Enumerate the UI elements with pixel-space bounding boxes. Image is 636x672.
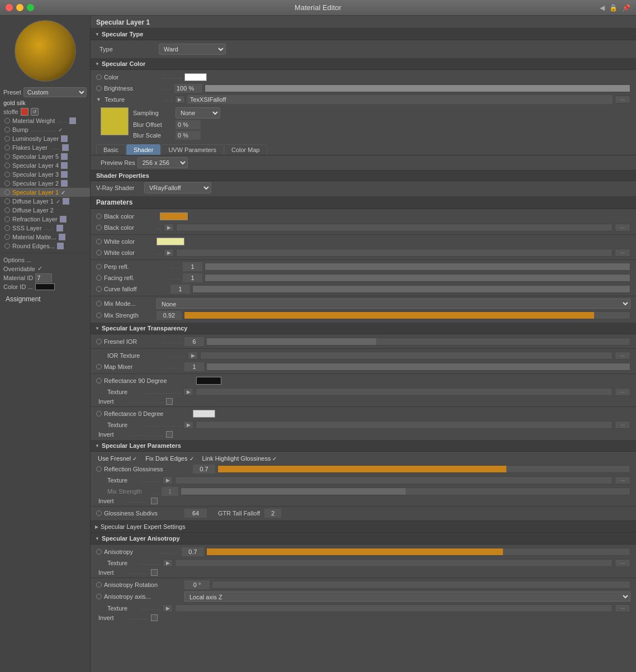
aniso-texture-slider[interactable] [175,559,613,567]
tab-uvw[interactable]: UVW Parameters [161,144,224,155]
white-color-arrow[interactable]: ▶ [164,249,174,257]
map-mixer-input[interactable] [184,362,204,371]
facing-refl-radio[interactable] [96,275,102,281]
sidebar-item-specular4[interactable]: Specular Layer 4 [0,161,90,170]
anisotropy-slider[interactable] [206,548,630,556]
aniso-axis-select[interactable]: Local axis Z [184,591,630,602]
sidebar-item-bump[interactable]: Bump …………… ✓ [0,125,90,134]
brightness-slider[interactable] [205,84,630,92]
gloss-texture-slider[interactable] [175,476,613,484]
sidebar-item-diffuse1[interactable]: Diffuse Layer 1 ✓ [0,197,90,206]
white-color-swatch1[interactable] [156,238,184,245]
reload-icon[interactable]: ↺ [31,108,39,116]
black-color-arrow[interactable]: ▶ [164,224,174,231]
black-color-radio2[interactable] [96,225,102,230]
aniso-axis-radio[interactable] [96,594,102,599]
refl0-radio[interactable] [96,411,102,417]
refl90-invert-checkbox[interactable] [166,398,173,405]
ior-texture-dots-btn[interactable]: ··· [615,352,630,359]
refl0-texture-slider[interactable] [196,421,613,429]
blur-offset-input[interactable] [175,120,201,129]
aniso-texture-arrow[interactable]: ▶ [163,559,173,567]
ior-texture-slider[interactable] [200,352,613,359]
material-color-swatch[interactable] [21,108,29,116]
mix-mode-select[interactable]: None [156,299,630,309]
gloss-mix-input[interactable] [162,487,178,496]
refl90-texture-slider[interactable] [196,388,613,396]
sidebar-item-flakes[interactable]: Flakes Layer …… [0,143,90,152]
refl0-swatch[interactable] [193,410,215,418]
map-mixer-radio[interactable] [96,364,102,370]
perp-refl-input[interactable] [183,262,202,271]
white-color-slider[interactable] [176,249,613,257]
color-radio[interactable] [96,74,102,80]
sidebar-item-luminosity[interactable]: Luminosity Layer [0,134,90,143]
specular-type-header[interactable]: ▼ Specular Type [91,29,636,40]
refl0-texture-dots-btn[interactable]: ··· [615,421,630,429]
curve-falloff-input[interactable] [170,285,190,294]
sidebar-item-specular2[interactable]: Specular Layer 2 [0,179,90,188]
facing-refl-slider[interactable] [205,274,630,282]
facing-refl-input[interactable] [183,273,202,282]
refl90-texture-dots-btn[interactable]: ··· [615,388,630,396]
material-id-input[interactable] [35,273,52,282]
aniso-axis-texture-slider[interactable] [175,604,613,612]
aniso-axis-texture-dots-btn[interactable]: ··· [615,604,630,612]
mix-mode-radio[interactable] [96,301,102,306]
mix-strength-input[interactable] [156,311,182,320]
mix-strength-slider[interactable] [184,311,630,319]
anisotropy-header[interactable]: ▼ Specular Layer Anisotropy [91,533,636,545]
map-mixer-slider[interactable] [206,363,630,371]
transparency-header[interactable]: ▼ Specular Layer Transparency [91,323,636,334]
brightness-input[interactable] [174,84,202,93]
black-color-dots-btn[interactable]: ··· [615,224,630,231]
black-color-slider[interactable] [176,224,613,231]
color-id-swatch[interactable] [35,283,55,290]
specular-color-header[interactable]: ▼ Specular Color [91,58,636,70]
gloss-subdivs-radio[interactable] [96,510,102,516]
specular-params-header[interactable]: ▼ Specular Layer Parameters [91,440,636,452]
maximize-button[interactable] [27,4,34,11]
gloss-invert-checkbox[interactable] [151,498,158,504]
sidebar-item-specular1[interactable]: Specular Layer 1 ✓ [0,188,90,197]
minimize-button[interactable] [16,4,23,11]
gloss-texture-dots-btn[interactable]: ··· [615,476,630,484]
black-color-swatch1[interactable] [160,212,188,220]
refl90-texture-arrow[interactable]: ▶ [183,388,193,396]
perp-refl-radio[interactable] [96,264,102,269]
fresnel-ior-radio[interactable] [96,339,102,344]
refl-gloss-input[interactable] [193,465,215,474]
refl0-invert-checkbox[interactable] [166,431,173,438]
aniso-texture-dots-btn[interactable]: ··· [615,559,630,567]
sidebar-item-sss[interactable]: SSS Layer …… [0,224,90,233]
blur-scale-input[interactable] [175,131,201,140]
aniso-rotation-radio[interactable] [96,582,102,588]
aniso-axis-texture-arrow[interactable]: ▶ [163,604,173,612]
black-color-radio1[interactable] [96,214,102,219]
curve-falloff-radio[interactable] [96,286,102,292]
fresnel-ior-slider[interactable] [206,338,630,346]
preview-res-select[interactable]: 256 x 256 [137,157,188,168]
gloss-mix-slider[interactable] [181,488,630,495]
sidebar-item-specular3[interactable]: Specular Layer 3 [0,170,90,179]
gloss-subdivs-input[interactable] [184,509,207,518]
tab-colormap[interactable]: Color Map [224,144,267,155]
tab-shader[interactable]: Shader [126,144,160,155]
assignment-label[interactable]: Assignment [0,293,90,305]
texture-dots-btn[interactable]: ··· [615,96,630,103]
white-color-dots-btn[interactable]: ··· [615,249,630,257]
aniso-axis-invert-checkbox[interactable] [151,614,158,621]
perp-refl-slider[interactable] [205,263,630,271]
anisotropy-input[interactable] [182,547,204,556]
expert-settings-header[interactable]: ▶ Specular Layer Expert Settings [91,520,636,533]
texture-arrow-btn[interactable]: ▶ [175,96,185,103]
aniso-rotation-slider[interactable] [212,581,630,589]
sidebar-item-round-edges[interactable]: Round Edges... [0,242,90,250]
aniso-invert-checkbox[interactable] [151,569,158,576]
sidebar-item-refraction[interactable]: Refraction Layer [0,215,90,224]
brightness-radio[interactable] [96,86,102,91]
vray-shader-select[interactable]: VRayFalloff [144,182,211,193]
color-swatch[interactable] [184,73,207,81]
white-color-radio2[interactable] [96,250,102,255]
sidebar-item-specular5[interactable]: Specular Layer 5 [0,152,90,161]
